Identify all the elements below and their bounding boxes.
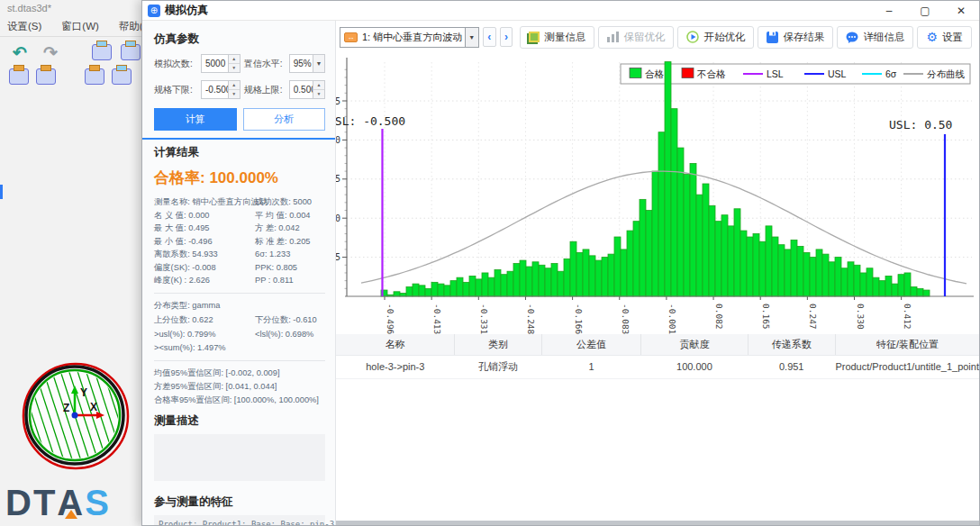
sidebar-selection-indicator bbox=[0, 185, 3, 199]
fixture-tool-icon[interactable] bbox=[9, 68, 29, 85]
save-results-button[interactable]: 保存结果 bbox=[758, 26, 833, 49]
prev-measurement-button[interactable]: ‹ bbox=[483, 27, 496, 47]
col-contribution[interactable]: 贡献度 bbox=[641, 334, 748, 355]
svg-text:0.412: 0.412 bbox=[903, 304, 912, 330]
measurement-select-value: 1: 销中心垂直方向波动 bbox=[362, 31, 465, 44]
passrate-ci: 合格率95%置信区间: [100.000%, 100.000%] bbox=[154, 394, 325, 407]
upper-spec-field: ▲▼ bbox=[289, 80, 325, 99]
cell-tolerance: 1 bbox=[541, 355, 640, 378]
measurement-info-button[interactable]: 测量信息 bbox=[520, 26, 594, 49]
upper-spec-label: 规格上限: bbox=[244, 84, 289, 96]
col-feature[interactable]: 特征/装配位置 bbox=[835, 334, 979, 355]
dialog-titlebar[interactable]: ⊕ 模拟仿真 – ▢ ✕ bbox=[142, 1, 979, 21]
svg-text:0.082: 0.082 bbox=[714, 304, 724, 330]
confidence-label: 置信水平: bbox=[244, 58, 289, 70]
contribution-table: 名称 类别 公差值 贡献度 传递系数 特征/装配位置 hole-3->pin-3… bbox=[336, 334, 979, 379]
legend-swatch-0 bbox=[630, 68, 641, 78]
dialog-icon: ⊕ bbox=[148, 5, 160, 17]
part-tool-icon[interactable] bbox=[121, 44, 141, 60]
svg-text:-0.496: -0.496 bbox=[386, 304, 395, 334]
svg-text:0.330: 0.330 bbox=[856, 304, 866, 330]
keep-optimization-button[interactable]: 保留优化 bbox=[598, 26, 674, 49]
col-category[interactable]: 类别 bbox=[455, 334, 542, 355]
cube-tool-icon[interactable] bbox=[112, 68, 132, 85]
cell-coefficient: 0.951 bbox=[748, 355, 835, 378]
settings-button[interactable]: ⚙ 设置 bbox=[917, 26, 972, 49]
stat-skewness: 偏度(SK): -0.008 bbox=[154, 261, 255, 275]
cell-contribution: 100.000 bbox=[641, 355, 748, 378]
sim-count-spinner[interactable]: ▲▼ bbox=[228, 55, 240, 72]
sim-count-input[interactable] bbox=[202, 55, 228, 72]
svg-text:6σ: 6σ bbox=[885, 68, 897, 79]
lower-spec-label: 规格下限: bbox=[154, 84, 201, 96]
upper-spec-input[interactable] bbox=[290, 81, 313, 98]
assembly-tool-icon[interactable] bbox=[92, 44, 112, 60]
col-coefficient[interactable]: 传递系数 bbox=[748, 334, 835, 355]
maximize-button[interactable]: ▢ bbox=[907, 1, 943, 20]
under-lsl-pct: <lsl(%): 0.698% bbox=[255, 327, 313, 341]
confidence-select[interactable]: 95% ▼ bbox=[289, 54, 325, 73]
divider bbox=[154, 360, 325, 361]
undo-icon[interactable]: ↶ bbox=[9, 41, 31, 63]
svg-text:75: 75 bbox=[336, 174, 340, 184]
menu-settings[interactable]: 设置(S) bbox=[7, 20, 41, 33]
results-section-title: 计算结果 bbox=[154, 145, 325, 160]
upper-quantile: 上分位数: 0.622 bbox=[154, 313, 255, 327]
menu-divider bbox=[0, 36, 144, 37]
save-icon bbox=[767, 32, 778, 43]
col-tolerance[interactable]: 公差值 bbox=[541, 334, 640, 355]
redo-icon[interactable]: ↷ bbox=[40, 41, 61, 63]
next-measurement-button[interactable]: › bbox=[500, 27, 513, 47]
col-name[interactable]: 名称 bbox=[336, 334, 455, 355]
simulation-dialog: ⊕ 模拟仿真 – ▢ ✕ 仿真参数 模拟次数: ▲▼ 置信水平: 95% ▼ bbox=[141, 0, 980, 526]
calculate-button[interactable]: 计算 bbox=[154, 108, 237, 131]
lower-spec-spinner[interactable]: ▲▼ bbox=[228, 81, 240, 98]
background-toolbar-row1: ↶ ↷ bbox=[9, 41, 141, 63]
upper-spec-spinner[interactable]: ▲▼ bbox=[313, 81, 324, 98]
svg-text:0.247: 0.247 bbox=[808, 304, 818, 330]
svg-text:0.165: 0.165 bbox=[761, 304, 771, 330]
lower-spec-input[interactable] bbox=[202, 81, 228, 98]
sim-count-label: 模拟次数: bbox=[154, 58, 201, 70]
measurement-icon: ↔ bbox=[344, 32, 358, 42]
measure-tool-icon[interactable] bbox=[85, 68, 104, 85]
lower-quantile: 下分位数: -0.610 bbox=[255, 313, 317, 327]
measurement-toolbar: ↔ 1: 销中心垂直方向波动 ▼ ‹ › 测量信息 保留优化 开始优化 bbox=[336, 21, 979, 53]
3d-viewport[interactable]: Y Z X bbox=[11, 348, 141, 487]
axis-z-label: Z bbox=[63, 402, 69, 414]
svg-text:LSL: LSL bbox=[767, 68, 784, 79]
menu-window[interactable]: 窗口(W) bbox=[61, 20, 99, 33]
out-of-spec-sum: ><sum(%): 1.497% bbox=[154, 341, 325, 355]
dist-type: 分布类型: gamma bbox=[154, 299, 325, 313]
axis-y-label: Y bbox=[80, 386, 87, 399]
analyze-button[interactable]: 分析 bbox=[243, 108, 326, 131]
divider bbox=[154, 293, 325, 294]
cell-category: 孔销浮动 bbox=[455, 355, 542, 378]
features-title: 参与测量的特征 bbox=[154, 494, 325, 510]
variance-ci: 方差95%置信区间: [0.041, 0.044] bbox=[154, 380, 325, 394]
histogram-bars bbox=[381, 62, 930, 296]
detail-info-button[interactable]: 详细信息 bbox=[837, 26, 913, 49]
fixture-tool2-icon[interactable] bbox=[36, 68, 56, 85]
part-circle-view: Y Z X bbox=[11, 348, 141, 485]
svg-text:USL: USL bbox=[828, 68, 847, 79]
measurement-description-input[interactable] bbox=[154, 434, 325, 481]
close-button[interactable]: ✕ bbox=[943, 1, 979, 20]
minimize-button[interactable]: – bbox=[871, 1, 907, 20]
measurement-select[interactable]: ↔ 1: 销中心垂直方向波动 ▼ bbox=[340, 27, 479, 48]
dialog-title: 模拟仿真 bbox=[165, 3, 208, 18]
chevron-down-icon: ▼ bbox=[465, 28, 478, 47]
table-row[interactable]: hole-3->pin-3 孔销浮动 1 100.000 0.951 Produ… bbox=[336, 355, 979, 378]
legend-swatch-1 bbox=[682, 68, 694, 78]
menu-bar: 设置(S) 窗口(W) 帮助(H) bbox=[7, 20, 154, 33]
stat-stddev: 标 准 差: 0.205 bbox=[255, 235, 311, 249]
stat-mean: 平 均 值: 0.004 bbox=[255, 209, 311, 222]
dtas-logo: DTAS bbox=[5, 488, 111, 517]
pass-rate: 合格率: 100.000% bbox=[154, 168, 325, 188]
start-optimization-button[interactable]: 开始优化 bbox=[677, 26, 754, 49]
simulation-params-panel: 仿真参数 模拟次数: ▲▼ 置信水平: 95% ▼ 规格下限: ▲▼ bbox=[142, 21, 336, 525]
stat-measure-name: 测量名称: 销中心垂直方向波动 bbox=[154, 195, 255, 209]
stat-nominal: 名 义 值: 0.000 bbox=[154, 209, 255, 222]
bar-chart-icon bbox=[607, 32, 619, 42]
feature-link[interactable]: Product/Product1/untitle_1_point bbox=[835, 355, 979, 378]
